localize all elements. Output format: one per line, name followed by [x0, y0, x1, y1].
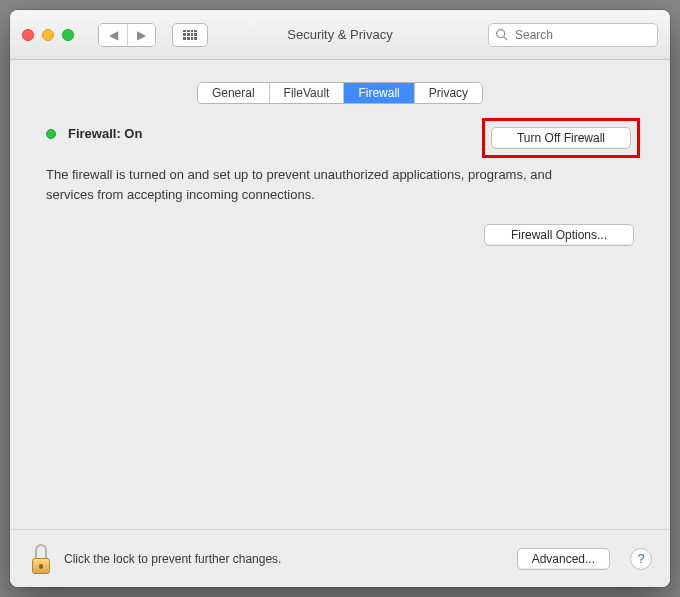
help-button[interactable]: ?	[630, 548, 652, 570]
maximize-icon[interactable]	[62, 29, 74, 41]
titlebar: ◀ ▶ Security & Privacy	[10, 10, 670, 60]
footer-bar: Click the lock to prevent further change…	[10, 529, 670, 587]
highlight-annotation: Turn Off Firewall	[482, 118, 640, 158]
firewall-status-label: Firewall: On	[68, 126, 142, 141]
firewall-options-button[interactable]: Firewall Options...	[484, 224, 634, 246]
options-row: Firewall Options...	[46, 224, 634, 246]
turn-off-firewall-button[interactable]: Turn Off Firewall	[491, 127, 631, 149]
tab-group: General FileVault Firewall Privacy	[197, 82, 483, 104]
show-all-button[interactable]	[172, 23, 208, 47]
advanced-button[interactable]: Advanced...	[517, 548, 610, 570]
close-icon[interactable]	[22, 29, 34, 41]
back-button[interactable]: ◀	[99, 24, 127, 46]
tab-firewall[interactable]: Firewall	[343, 83, 413, 103]
tab-filevault[interactable]: FileVault	[269, 83, 344, 103]
status-indicator-icon	[46, 129, 56, 139]
svg-line-1	[504, 36, 507, 39]
tab-general[interactable]: General	[198, 83, 269, 103]
window-controls	[22, 29, 74, 41]
preferences-window: ◀ ▶ Security & Privacy General FileVault…	[10, 10, 670, 587]
svg-point-0	[497, 29, 505, 37]
firewall-description: The firewall is turned on and set up to …	[46, 165, 586, 204]
tab-bar: General FileVault Firewall Privacy	[10, 82, 670, 104]
search-icon	[495, 28, 508, 41]
tab-privacy[interactable]: Privacy	[414, 83, 482, 103]
search-input[interactable]	[488, 23, 658, 47]
lock-hint-text: Click the lock to prevent further change…	[64, 552, 281, 566]
nav-segmented: ◀ ▶	[98, 23, 156, 47]
search-field-wrap	[488, 23, 658, 47]
content-pane: Firewall: On Turn Off Firewall The firew…	[10, 104, 670, 529]
forward-button[interactable]: ▶	[127, 24, 155, 46]
minimize-icon[interactable]	[42, 29, 54, 41]
grid-icon	[183, 30, 197, 40]
lock-icon[interactable]	[28, 544, 54, 574]
